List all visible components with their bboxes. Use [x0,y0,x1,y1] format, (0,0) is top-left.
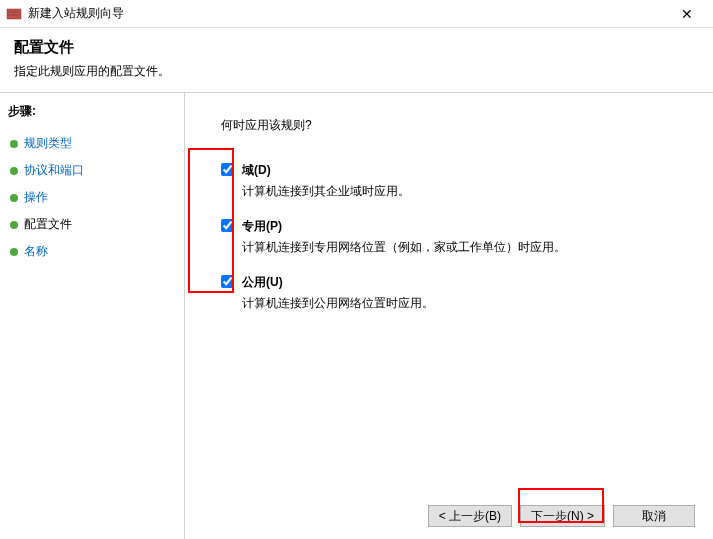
firewall-icon [6,6,22,22]
step-protocol-ports[interactable]: 协议和端口 [8,157,176,184]
page-title: 配置文件 [14,38,699,57]
step-rule-type[interactable]: 规则类型 [8,130,176,157]
checkbox-public-text: 公用(U) [242,274,283,291]
checkbox-domain-label[interactable]: 域(D) [221,162,603,179]
cancel-button[interactable]: 取消 [613,505,695,527]
content-area: 步骤: 规则类型 协议和端口 操作 配置文件 名称 何时应用该规则? 域(D) [0,93,713,539]
bullet-icon [10,221,18,229]
checkbox-private-desc: 计算机连接到专用网络位置（例如，家或工作单位）时应用。 [242,239,603,256]
checkbox-domain-text: 域(D) [242,162,271,179]
step-label: 协议和端口 [24,162,84,179]
step-action[interactable]: 操作 [8,184,176,211]
prompt-text: 何时应用该规则? [221,117,693,134]
next-button[interactable]: 下一步(N) > [520,505,605,527]
titlebar: 新建入站规则向导 ✕ [0,0,713,28]
bullet-icon [10,248,18,256]
step-name[interactable]: 名称 [8,238,176,265]
button-bar: < 上一步(B) 下一步(N) > 取消 [428,505,695,527]
steps-heading: 步骤: [8,103,176,120]
checkbox-public-desc: 计算机连接到公用网络位置时应用。 [242,295,603,312]
step-label: 规则类型 [24,135,72,152]
step-profile[interactable]: 配置文件 [8,211,176,238]
bullet-icon [10,140,18,148]
checkbox-domain[interactable] [221,163,234,176]
step-label: 操作 [24,189,48,206]
steps-sidebar: 步骤: 规则类型 协议和端口 操作 配置文件 名称 [0,93,185,539]
step-label: 配置文件 [24,216,72,233]
step-label: 名称 [24,243,48,260]
main-panel: 何时应用该规则? 域(D) 计算机连接到其企业域时应用。 专用(P) 计算机连接… [185,93,713,539]
bullet-icon [10,194,18,202]
checkbox-private-row: 专用(P) 计算机连接到专用网络位置（例如，家或工作单位）时应用。 [221,218,693,256]
bullet-icon [10,167,18,175]
checkbox-domain-row: 域(D) 计算机连接到其企业域时应用。 [221,162,693,200]
checkbox-public[interactable] [221,275,234,288]
wizard-header: 配置文件 指定此规则应用的配置文件。 [0,28,713,93]
page-subtitle: 指定此规则应用的配置文件。 [14,63,699,80]
checkbox-public-row: 公用(U) 计算机连接到公用网络位置时应用。 [221,274,693,312]
window-title: 新建入站规则向导 [28,5,667,22]
checkbox-private-text: 专用(P) [242,218,282,235]
checkbox-public-label[interactable]: 公用(U) [221,274,603,291]
checkbox-domain-desc: 计算机连接到其企业域时应用。 [242,183,603,200]
back-button[interactable]: < 上一步(B) [428,505,512,527]
checkbox-private[interactable] [221,219,234,232]
close-button[interactable]: ✕ [667,0,707,28]
checkbox-private-label[interactable]: 专用(P) [221,218,603,235]
